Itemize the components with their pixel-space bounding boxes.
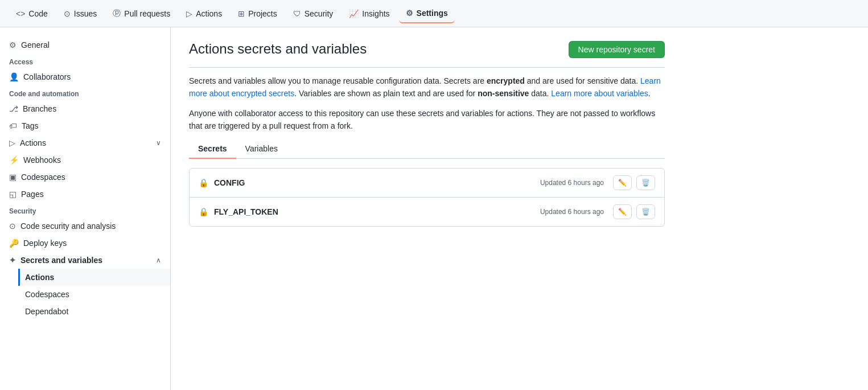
secrets-submenu: ActionsCodespacesDependabot (0, 269, 170, 320)
header-divider (189, 67, 665, 68)
sidebar-section-code-automation: Code and automation (0, 85, 170, 100)
settings-nav-icon: ⚙ (406, 9, 413, 18)
sidebar-item-tags[interactable]: 🏷Tags (0, 117, 170, 134)
webhooks-sidebar-icon: ⚡ (9, 155, 19, 165)
tab-secrets[interactable]: Secrets (189, 139, 236, 159)
secrets-variables-tabs: SecretsVariables (189, 139, 665, 159)
top-nav-item-security[interactable]: 🛡Security (286, 5, 340, 23)
sidebar-item-deploy-keys[interactable]: 🔑Deploy keys (0, 235, 170, 252)
sidebar-label-code-security: Code security and analysis (20, 221, 116, 231)
secret-name: FLY_API_TOKEN (214, 207, 278, 216)
sidebar-label-branches: Branches (23, 104, 56, 113)
top-nav-label-settings: Settings (417, 9, 448, 18)
sidebar-label-secrets-actions: Actions (25, 273, 54, 282)
top-nav-label-security: Security (305, 9, 334, 18)
deploy-keys-sidebar-icon: 🔑 (9, 239, 19, 248)
sidebar-item-general[interactable]: ⚙General (0, 36, 170, 54)
secrets-and-variables-chevron-icon: ∧ (156, 256, 161, 264)
description-2: Anyone with collaborator access to this … (189, 107, 665, 133)
sidebar-item-collaborators[interactable]: 👤Collaborators (0, 68, 170, 85)
actions-chevron-icon: ∨ (156, 139, 161, 147)
general-sidebar-icon: ⚙ (9, 40, 17, 50)
secret-updated: Updated 6 hours ago (540, 208, 604, 216)
sidebar-item-secrets-dependabot[interactable]: Dependabot (18, 303, 170, 320)
sidebar-label-actions: Actions (20, 138, 46, 147)
sidebar-item-code-security[interactable]: ⊙Code security and analysis (0, 217, 170, 235)
actions-nav-icon: ▷ (186, 9, 192, 18)
page-header: Actions secrets and variablesNew reposit… (189, 41, 665, 58)
top-nav-item-projects[interactable]: ⊞Projects (231, 5, 284, 23)
branches-sidebar-icon: ⎇ (9, 104, 18, 113)
tab-variables[interactable]: Variables (236, 139, 287, 159)
table-row: 🔒 FLY_API_TOKEN Updated 6 hours ago ✏️ 🗑… (190, 198, 664, 226)
actions-sidebar-icon: ▷ (9, 138, 15, 147)
delete-secret-button[interactable]: 🗑️ (636, 175, 655, 190)
sidebar-item-actions[interactable]: ▷ Actions ∨ (0, 134, 170, 151)
secrets-and-variables-sidebar-icon: ✦ (9, 256, 16, 265)
sidebar: ⚙GeneralAccess👤CollaboratorsCode and aut… (0, 27, 171, 390)
top-nav-label-projects: Projects (248, 9, 277, 18)
page-title: Actions secrets and variables (189, 41, 367, 57)
sidebar-label-pages: Pages (21, 190, 44, 199)
top-nav-item-code[interactable]: <>Code (9, 5, 55, 23)
code-nav-icon: <> (16, 9, 25, 18)
edit-secret-button[interactable]: ✏️ (613, 175, 632, 190)
sidebar-label-secrets-and-variables: Secrets and variables (20, 256, 102, 265)
tags-sidebar-icon: 🏷 (9, 121, 17, 130)
issues-nav-icon: ⊙ (64, 9, 71, 18)
sidebar-label-collaborators: Collaborators (23, 72, 71, 81)
top-nav-label-insights: Insights (362, 9, 389, 18)
top-nav-item-settings[interactable]: ⚙Settings (399, 4, 455, 23)
sidebar-item-webhooks[interactable]: ⚡Webhooks (0, 151, 170, 169)
sidebar-label-general: General (21, 40, 50, 50)
sidebar-item-branches[interactable]: ⎇Branches (0, 100, 170, 117)
sidebar-section-security: Security (0, 203, 170, 217)
sidebar-section-access: Access (0, 54, 170, 68)
sidebar-label-webhooks: Webhooks (23, 155, 61, 165)
insights-nav-icon: 📈 (349, 9, 359, 18)
secret-updated: Updated 6 hours ago (540, 179, 604, 187)
projects-nav-icon: ⊞ (238, 9, 245, 18)
sidebar-label-secrets-dependabot: Dependabot (25, 307, 68, 316)
table-row: 🔒 CONFIG Updated 6 hours ago ✏️ 🗑️ (190, 169, 664, 198)
sidebar-item-codespaces[interactable]: ▣Codespaces (0, 169, 170, 186)
lock-icon: 🔒 (199, 207, 208, 216)
edit-secret-button[interactable]: ✏️ (613, 204, 632, 219)
secret-name: CONFIG (214, 178, 245, 187)
pages-sidebar-icon: ◱ (9, 190, 17, 199)
sidebar-item-secrets-and-variables[interactable]: ✦ Secrets and variables ∧ (0, 252, 170, 269)
sidebar-label-codespaces: Codespaces (21, 173, 65, 182)
pull-requests-nav-icon: ⓟ (113, 9, 121, 19)
code-security-sidebar-icon: ⊙ (9, 221, 16, 231)
collaborators-sidebar-icon: 👤 (9, 72, 19, 81)
top-nav-item-pull-requests[interactable]: ⓟPull requests (106, 4, 177, 23)
sidebar-label-secrets-codespaces: Codespaces (25, 290, 69, 299)
main-content: Actions secrets and variablesNew reposit… (171, 27, 683, 390)
sidebar-item-pages[interactable]: ◱Pages (0, 186, 170, 203)
delete-secret-button[interactable]: 🗑️ (636, 204, 655, 219)
top-nav-item-insights[interactable]: 📈Insights (342, 5, 396, 23)
top-nav-label-issues: Issues (74, 9, 97, 18)
top-nav-label-actions: Actions (196, 9, 222, 18)
secrets-list: 🔒 CONFIG Updated 6 hours ago ✏️ 🗑️ 🔒 FLY… (189, 168, 665, 227)
sidebar-item-secrets-codespaces[interactable]: Codespaces (18, 286, 170, 303)
top-navigation: <>Code⊙IssuesⓟPull requests▷Actions⊞Proj… (0, 0, 868, 27)
top-nav-label-pull-requests: Pull requests (124, 9, 170, 18)
new-repository-secret-button[interactable]: New repository secret (569, 41, 665, 58)
top-nav-item-issues[interactable]: ⊙Issues (57, 5, 104, 23)
sidebar-item-secrets-actions[interactable]: Actions (18, 269, 170, 286)
lock-icon: 🔒 (199, 178, 208, 187)
top-nav-label-code: Code (28, 9, 47, 18)
sidebar-label-tags: Tags (22, 121, 39, 130)
sidebar-label-deploy-keys: Deploy keys (23, 239, 67, 248)
security-nav-icon: 🛡 (293, 9, 301, 18)
learn-more-variables-link[interactable]: Learn more about variables (551, 89, 648, 98)
description-1: Secrets and variables allow you to manag… (189, 75, 665, 100)
codespaces-sidebar-icon: ▣ (9, 173, 17, 182)
top-nav-item-actions[interactable]: ▷Actions (179, 5, 229, 23)
